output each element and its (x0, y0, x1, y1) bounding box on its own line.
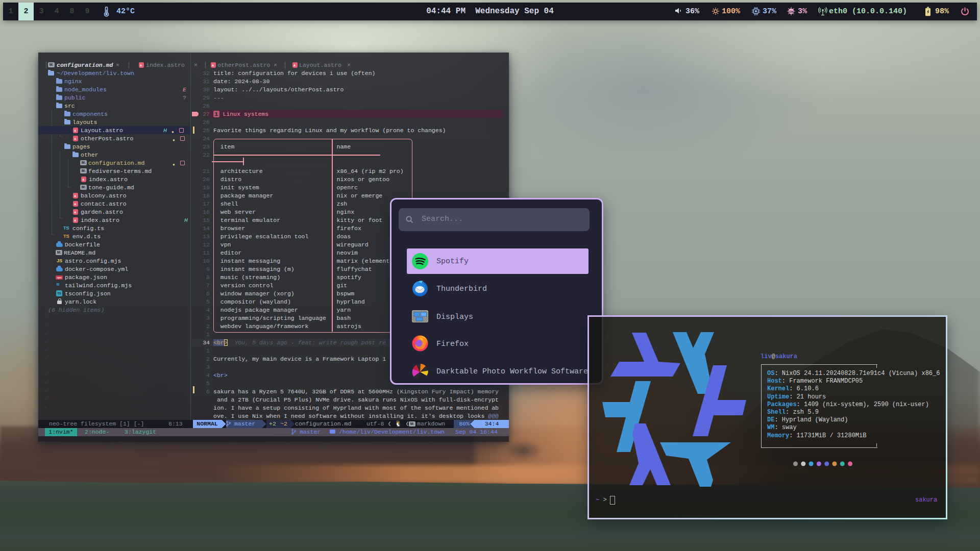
svg-text:GN: GN (789, 10, 793, 13)
